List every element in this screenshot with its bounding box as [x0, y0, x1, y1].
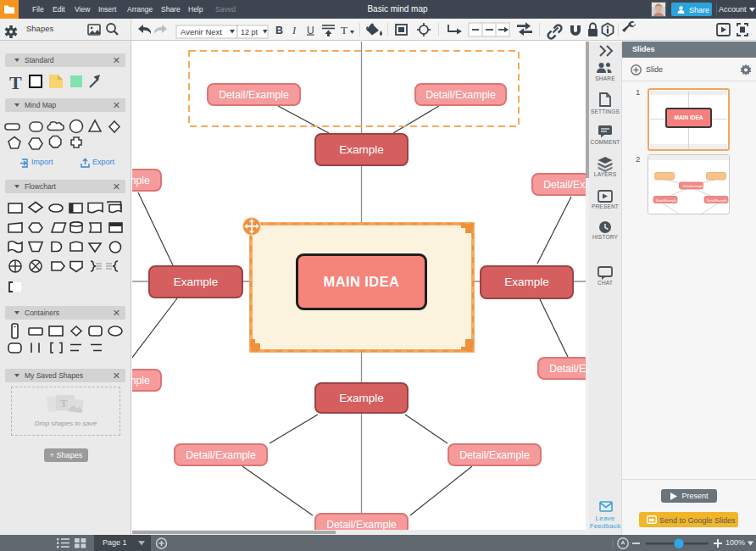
- svg-text:12 pt: 12 pt: [241, 28, 258, 36]
- svg-text:T: T: [9, 72, 22, 93]
- svg-text:Detail/Example: Detail/Example: [707, 199, 727, 203]
- svg-text:Detail/Example: Detail/Example: [656, 199, 676, 203]
- svg-text:B: B: [275, 25, 283, 36]
- svg-text:Detail/example: Detail/example: [683, 185, 703, 188]
- svg-text:U: U: [307, 25, 314, 36]
- svg-text:I: I: [292, 25, 297, 36]
- svg-text:T: T: [60, 397, 68, 409]
- svg-text:T: T: [341, 24, 347, 36]
- svg-text:Avenir Next: Avenir Next: [181, 27, 222, 36]
